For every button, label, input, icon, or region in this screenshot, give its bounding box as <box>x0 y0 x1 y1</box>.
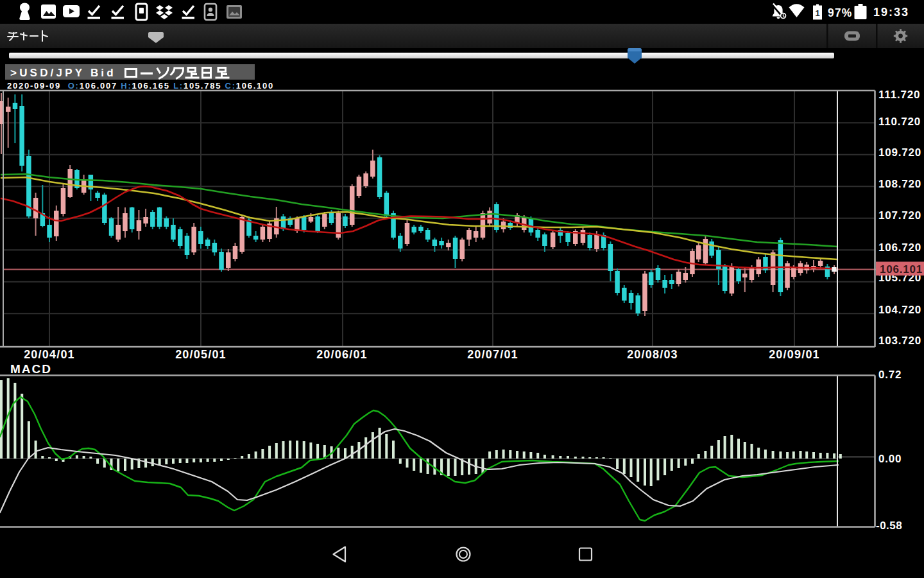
svg-text:0.72: 0.72 <box>878 369 902 381</box>
svg-text:108.720: 108.720 <box>878 178 921 190</box>
svg-text:109.720: 109.720 <box>878 146 921 159</box>
svg-text:20/08/03: 20/08/03 <box>627 348 678 361</box>
svg-text:104.720: 104.720 <box>878 304 921 316</box>
svg-text:106.720: 106.720 <box>878 241 921 254</box>
svg-text:0.00: 0.00 <box>878 453 902 465</box>
svg-text:20/09/01: 20/09/01 <box>769 348 820 361</box>
svg-text:-0.58: -0.58 <box>876 520 902 532</box>
svg-text:MACD: MACD <box>10 362 52 376</box>
svg-text:111.720: 111.720 <box>878 89 920 101</box>
svg-text:107.720: 107.720 <box>878 209 921 222</box>
svg-text:20/07/01: 20/07/01 <box>467 348 518 361</box>
svg-text:106.101: 106.101 <box>880 263 923 276</box>
svg-text:20/04/01: 20/04/01 <box>24 348 75 361</box>
svg-text:103.720: 103.720 <box>878 335 921 347</box>
svg-text:110.720: 110.720 <box>878 116 921 128</box>
svg-text:20/05/01: 20/05/01 <box>175 348 227 361</box>
svg-text:20/06/01: 20/06/01 <box>316 348 368 361</box>
